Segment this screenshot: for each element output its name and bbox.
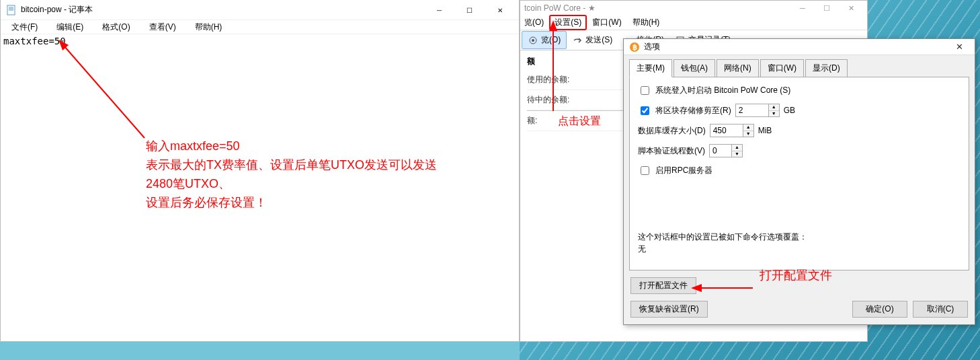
option-script-threads: 脚本验证线程数(V) ▲▼ xyxy=(638,144,961,157)
menu-help[interactable]: 帮助(H) xyxy=(186,20,232,34)
script-threads-spinner[interactable]: ▲▼ xyxy=(709,144,743,157)
annotation-openconf-text: 打开配置文件 xyxy=(760,266,832,285)
spinner-buttons[interactable]: ▲▼ xyxy=(768,104,779,116)
core-menu-help[interactable]: 帮助(H) xyxy=(627,15,665,30)
options-tabs: 主要(M) 钱包(A) 网络(N) 窗口(W) 显示(D) xyxy=(624,55,975,77)
menu-format[interactable]: 格式(O) xyxy=(93,20,139,34)
spinner-buttons[interactable]: ▲▼ xyxy=(731,145,742,157)
tab-network[interactable]: 网络(N) xyxy=(717,59,759,77)
spinner-buttons[interactable]: ▲▼ xyxy=(743,124,753,137)
core-close-button[interactable]: ✕ xyxy=(839,4,863,13)
prune-spinner[interactable]: ▲▼ xyxy=(735,104,780,117)
annotation-settings-text: 点击设置 xyxy=(558,112,601,131)
ok-button[interactable]: 确定(O) xyxy=(852,301,907,318)
core-maximize-button[interactable]: ☐ xyxy=(815,4,839,13)
core-menubar: 览(O) 设置(S) 窗口(W) 帮助(H) xyxy=(520,15,867,30)
notepad-titlebar[interactable]: bitcoin-pow - 记事本 ─ ☐ ✕ xyxy=(1,0,519,20)
home-icon xyxy=(528,35,538,46)
dbcache-spinner[interactable]: ▲▼ xyxy=(710,124,754,137)
option-prune: 将区块存储修剪至(R) ▲▼ GB xyxy=(638,104,961,117)
open-config-button[interactable]: 打开配置文件 xyxy=(630,277,696,294)
svg-point-6 xyxy=(532,39,534,42)
start-on-login-checkbox[interactable] xyxy=(641,86,649,95)
options-title: 选项 xyxy=(644,41,949,52)
core-menu-window[interactable]: 窗口(W) xyxy=(587,15,626,30)
prune-checkbox[interactable] xyxy=(641,106,649,115)
toolbar-overview[interactable]: 览(O) xyxy=(522,31,567,49)
bitcoin-icon: ฿ xyxy=(629,42,640,52)
core-titlebar[interactable]: tcoin PoW Core - ★ ─ ☐ ✕ xyxy=(520,1,867,15)
close-button[interactable]: ✕ xyxy=(485,0,515,20)
menu-view[interactable]: 查看(V) xyxy=(140,20,186,34)
maximize-button[interactable]: ☐ xyxy=(454,0,485,20)
options-body: 系统登入时启动 Bitcoin PoW Core (S) 将区块存储修剪至(R)… xyxy=(629,77,969,271)
core-menu-settings[interactable]: 设置(S) xyxy=(549,15,587,30)
cancel-button[interactable]: 取消(C) xyxy=(913,301,968,318)
reset-defaults-button[interactable]: 恢复缺省设置(R) xyxy=(630,301,708,318)
rpc-server-checkbox[interactable] xyxy=(641,166,649,175)
script-threads-value-input[interactable] xyxy=(710,145,731,157)
send-icon xyxy=(572,35,583,46)
annotation-left-text: 输入maxtxfee=50 表示最大的TX费率值、设置后单笔UTXO发送可以发送… xyxy=(146,137,437,212)
svg-text:฿: ฿ xyxy=(632,43,637,51)
core-menu-overview[interactable]: 览(O) xyxy=(523,15,549,30)
tab-window[interactable]: 窗口(W) xyxy=(760,59,804,77)
tab-wallet[interactable]: 钱包(A) xyxy=(673,59,715,77)
notepad-menubar: 文件(F) 编辑(E) 格式(O) 查看(V) 帮助(H) xyxy=(1,20,519,34)
options-titlebar[interactable]: ฿ 选项 ✕ xyxy=(624,39,975,55)
option-start-on-login: 系统登入时启动 Bitcoin PoW Core (S) xyxy=(638,84,961,97)
core-minimize-button[interactable]: ─ xyxy=(790,4,815,13)
menu-file[interactable]: 文件(F) xyxy=(2,20,47,34)
core-title: tcoin PoW Core - ★ xyxy=(524,3,790,13)
dbcache-value-input[interactable] xyxy=(710,124,743,137)
prune-value-input[interactable] xyxy=(736,104,768,116)
tab-display[interactable]: 显示(D) xyxy=(805,59,848,77)
option-rpc-server: 启用RPC服务器 xyxy=(638,164,961,177)
notepad-title: bitcoin-pow - 记事本 xyxy=(21,4,424,15)
notepad-content: maxtxfee=50 xyxy=(3,36,66,46)
options-close-button[interactable]: ✕ xyxy=(949,42,969,52)
override-note: 这个对话框中的设置已被如下命令行选项覆盖： xyxy=(638,231,807,243)
override-none: 无 xyxy=(638,244,646,255)
notepad-icon xyxy=(6,5,17,15)
minimize-button[interactable]: ─ xyxy=(424,0,454,20)
tab-main[interactable]: 主要(M) xyxy=(629,59,672,77)
option-dbcache: 数据库缓存大小(D) ▲▼ MiB xyxy=(638,124,961,137)
toolbar-send[interactable]: 发送(S) xyxy=(567,32,618,48)
menu-edit[interactable]: 编辑(E) xyxy=(47,20,93,34)
